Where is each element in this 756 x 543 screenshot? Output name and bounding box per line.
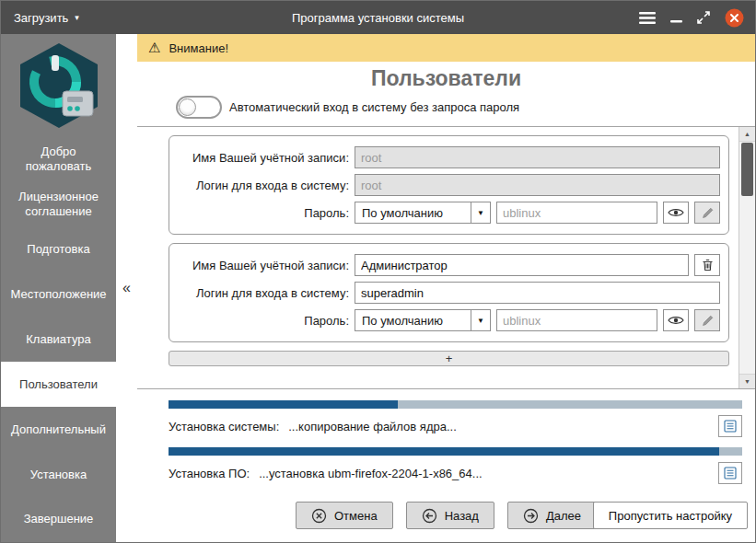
software-progress-label: Установка ПО: [169,467,250,480]
chevron-down-icon: ▼ [471,310,490,330]
hamburger-icon [639,12,656,24]
titlebar: Загрузить ▾ Программа установки системы [1,1,755,34]
sidebar-item-users[interactable]: Пользователи [1,362,116,407]
window-controls [639,8,755,28]
system-progress-bar [169,400,742,409]
arrow-right-icon [523,508,539,524]
close-icon [725,8,744,28]
minimize-button[interactable] [670,12,682,24]
software-progress-bar [169,447,742,456]
cancel-label: Отмена [334,509,378,523]
account-login-label: Логин для входа в систему: [178,286,349,300]
account-name-label: Имя Вашей учётной записи: [178,151,349,165]
menu-button[interactable] [639,12,656,24]
main-panel: ⚠ Внимание! Пользователи Автоматический … [137,34,755,542]
autologin-label: Автоматический вход в систему без запрос… [229,100,519,114]
scrollbar-thumb[interactable] [741,143,753,196]
minimize-icon [670,12,682,24]
next-button[interactable]: Далее [507,502,597,529]
skip-label: Пропустить настройку [609,509,732,523]
sidebar-collapse-button[interactable]: « [116,34,137,542]
password-label: Пароль: [178,206,349,220]
maximize-icon [697,11,710,24]
warning-text: Внимание! [169,41,228,55]
next-label: Далее [546,509,581,523]
cancel-button[interactable]: Отмена [296,502,393,529]
edit-password-button[interactable] [694,309,720,331]
system-log-button[interactable] [718,415,742,437]
sidebar-item-welcome[interactable]: Добро пожаловать [1,137,116,182]
log-icon [724,420,737,433]
password-mode-dropdown[interactable]: По умолчанию ▼ [355,309,491,331]
collapse-chevrons-icon: « [122,280,131,296]
sidebar-nav: Добро пожаловать Лицензионное соглашение… [1,137,116,542]
software-progress-row: Установка ПО: ...установка ubm-firefox-2… [169,462,742,484]
back-button[interactable]: Назад [406,502,494,529]
trash-icon [702,259,714,272]
account-login-input [355,174,720,196]
account-login-label: Логин для входа в систему: [178,179,349,192]
password-input[interactable] [496,309,657,331]
show-password-button[interactable] [663,202,689,224]
progress-area: Установка системы: ...копирование файлов… [137,389,755,494]
arrow-left-icon [422,508,437,524]
delete-account-button[interactable] [694,254,720,276]
skip-configuration-button[interactable]: Пропустить настройку [593,502,748,529]
sidebar-item-preparation[interactable]: Подготовка [1,227,116,272]
load-menu-button[interactable]: Загрузить ▾ [1,1,92,34]
scrollbar-track[interactable] [739,142,755,374]
password-mode-value: По умолчанию [355,310,471,330]
account-name-input [355,146,720,168]
user-card-admin: Имя Вашей учётной записи: Логин для вход… [169,243,729,342]
system-progress-row: Установка системы: ...копирование файлов… [169,415,742,437]
warning-banner: ⚠ Внимание! [137,34,755,62]
ublinux-logo-icon [17,40,101,131]
autologin-row: Автоматический вход в систему без запрос… [137,94,755,126]
edit-password-button[interactable] [694,202,720,224]
sidebar-item-location[interactable]: Местоположение [1,272,116,318]
password-mode-value: По умолчанию [355,202,471,223]
software-progress-fill [169,447,719,456]
show-password-button[interactable] [663,309,689,331]
scroll-up-button[interactable]: ▲ [739,127,755,142]
sidebar-item-license[interactable]: Лицензионное соглашение [1,182,116,227]
sidebar: Добро пожаловать Лицензионное соглашение… [1,34,116,542]
close-button[interactable] [725,8,744,28]
system-progress-status: ...копирование файлов ядра... [288,420,457,433]
software-progress-status: ...установка ubm-firefox-2204-1-x86_64..… [259,467,483,480]
sidebar-item-installation[interactable]: Установка [1,452,116,497]
account-name-label: Имя Вашей учётной записи: [178,259,349,272]
log-icon [724,467,737,479]
sidebar-item-completion[interactable]: Завершение [1,497,116,542]
sidebar-item-keyboard[interactable]: Клавиатура [1,318,116,363]
installer-window: Загрузить ▾ Программа установки системы [0,0,756,543]
caret-down-icon: ▾ [75,13,79,22]
software-log-button[interactable] [718,462,742,484]
password-input[interactable] [496,202,657,224]
scroll-up-icon: ▲ [744,131,750,137]
password-label: Пароль: [178,314,349,328]
user-card-root: Имя Вашей учётной записи: Логин для вход… [169,135,729,235]
password-mode-dropdown[interactable]: По умолчанию ▼ [355,202,491,224]
eye-icon [668,315,684,326]
logo-container [1,34,116,137]
system-progress-label: Установка системы: [169,420,279,433]
system-progress-fill [169,400,398,409]
account-login-input[interactable] [355,282,720,304]
footer-buttons: Отмена Назад Далее Пропустить настройку [137,494,755,542]
maximize-button[interactable] [697,11,710,24]
users-scrollbar: ▲ ▼ [739,127,755,388]
cancel-icon [311,508,327,524]
scroll-down-button[interactable]: ▼ [739,374,755,388]
sidebar-item-additional[interactable]: Дополнительный [1,407,116,452]
autologin-toggle[interactable] [176,96,222,119]
chevron-down-icon: ▼ [471,202,490,223]
pencil-icon [702,315,714,327]
account-name-input[interactable] [355,254,689,276]
scroll-down-icon: ▼ [744,378,750,385]
eye-icon [668,207,684,218]
page-title: Пользователи [137,66,755,91]
warning-icon: ⚠ [148,40,160,56]
add-user-button[interactable]: + [169,351,729,366]
toggle-knob [179,98,196,116]
